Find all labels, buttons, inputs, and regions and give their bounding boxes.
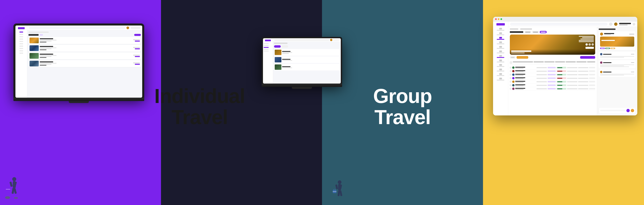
michael-action[interactable] [589, 81, 595, 82]
discussion-card-1 [599, 31, 636, 50]
nav-item-travel-type [495, 37, 506, 40]
social-icon-3 [592, 43, 594, 46]
nav-item-emails [495, 64, 506, 67]
app-header [27, 26, 142, 30]
shaurya-action[interactable] [589, 67, 595, 68]
row6-checkbox[interactable] [510, 84, 512, 86]
sidebar-icon-commissions [20, 48, 23, 49]
maharashtra-detail1 [40, 48, 56, 48]
shaurya-city [567, 67, 578, 68]
patrick-label [548, 84, 556, 86]
trips-badge [40, 34, 43, 36]
maharashtra-price [40, 50, 46, 50]
disc-badge-text-purple [601, 48, 604, 49]
disc-msg-line-2c [600, 66, 629, 67]
sidebar-icon-emails [20, 50, 23, 51]
info-docs-tab-text [533, 32, 538, 32]
krishna-action[interactable] [589, 78, 595, 79]
more-tab[interactable] [540, 31, 547, 33]
sec-card-3 [274, 64, 340, 70]
row7-checkbox[interactable] [510, 88, 512, 90]
col-city-header [566, 62, 576, 62]
individual-app-screen [16, 26, 142, 98]
rohan-action[interactable] [589, 70, 595, 72]
social-nav-label [497, 80, 504, 80]
teresa-label [548, 88, 556, 90]
disc-msg-line-1b [600, 57, 624, 58]
banner-right-info [579, 36, 594, 49]
appointments-nav-icon [499, 55, 502, 57]
group-left-panel: › [508, 27, 597, 116]
labels-tag[interactable] [510, 56, 516, 58]
group-members-title [510, 31, 523, 33]
new-quote-button[interactable] [134, 34, 141, 36]
group-breadcrumb: › [510, 28, 595, 30]
col-balance-header [576, 62, 586, 62]
social-nav-icon [499, 78, 502, 79]
ims-nav-icon [499, 68, 502, 70]
payment-terms-button[interactable] [516, 56, 528, 59]
info-docs-tab[interactable] [532, 31, 539, 33]
rohan-phone [536, 71, 547, 72]
destination-banner-card [510, 34, 595, 55]
settings-tab[interactable] [524, 31, 531, 33]
add-new-member-button[interactable] [580, 56, 595, 59]
nav-item-tasks [495, 50, 506, 53]
sidebar-icon-contacts [20, 41, 23, 42]
discussions-panel-title [599, 28, 616, 30]
disc-msg-line-1a [600, 56, 634, 57]
row5-checkbox[interactable] [510, 81, 512, 82]
group-search-input[interactable] [510, 23, 608, 26]
nav-item-contacts [495, 46, 506, 49]
secondary-sidebar [263, 38, 273, 84]
disc-msg-line-3b [600, 75, 624, 76]
teresa-phone [536, 88, 547, 89]
row4-checkbox[interactable] [510, 77, 512, 79]
disc-msg-lines-1 [600, 56, 634, 58]
michael-name [515, 81, 525, 82]
select-all-checkbox[interactable] [510, 62, 512, 64]
group-user-role-display [619, 24, 628, 26]
attachment-button[interactable] [631, 109, 634, 112]
reviews-nav-icon [499, 73, 502, 75]
disc-msg-name-2 [603, 62, 612, 63]
members-table-body [510, 66, 595, 114]
shaurya-status-text [557, 67, 562, 68]
rohan-balance [578, 71, 588, 72]
app-main-content [27, 26, 142, 98]
prakhar-status [556, 74, 566, 76]
disc-message-1 [599, 52, 636, 59]
prakhar-phone [536, 74, 547, 75]
right-teal-bg [322, 0, 483, 205]
row2-checkbox[interactable] [510, 70, 512, 72]
window-maximize-dot [500, 18, 502, 20]
quote-card-newyork [28, 60, 141, 67]
travel-type-nav-icon [499, 37, 502, 38]
teresa-name [515, 88, 525, 89]
secondary-content [273, 42, 341, 84]
group-app-header [508, 22, 637, 27]
maharashtra-detail2 [40, 48, 52, 49]
appointments-nav-label [497, 57, 504, 58]
row3-checkbox[interactable] [510, 74, 512, 76]
nav-item-commissions [495, 60, 506, 62]
row1-checkbox[interactable] [510, 67, 512, 68]
disc-msg-line-3a [600, 74, 634, 74]
sidebar-icon-library [20, 38, 23, 40]
disc-msg-avatar-3 [600, 71, 602, 73]
banner-overlay [510, 49, 595, 55]
send-button[interactable] [626, 109, 630, 112]
prakhar-action[interactable] [589, 74, 595, 75]
breadcrumb-separator: › [519, 28, 520, 30]
patrick-status [556, 84, 566, 86]
reply-input-field[interactable] [600, 110, 626, 111]
disc-card1-header [600, 32, 634, 36]
teresa-action[interactable] [589, 88, 595, 90]
rohan-avatar [512, 70, 514, 72]
view-details-button[interactable] [586, 47, 594, 49]
patrick-action[interactable] [589, 84, 595, 86]
secondary-main [273, 38, 341, 84]
group-sidebar [493, 22, 508, 116]
prakhar-status-text [557, 74, 562, 75]
shaurya-label [548, 67, 556, 68]
